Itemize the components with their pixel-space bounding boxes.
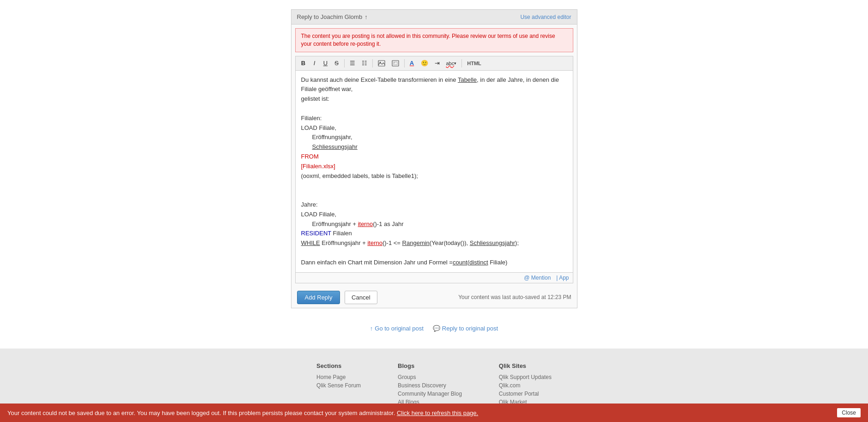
content-line-1: Du kannst auch deine Excel-Tabelle trans… (301, 75, 567, 95)
reply-title-text: Reply to Joachim Glomb (297, 13, 363, 20)
editor-content-area[interactable]: Du kannst auch deine Excel-Tabelle trans… (296, 71, 573, 272)
emoji-button[interactable]: 🙂 (418, 58, 431, 68)
footer-link-community-blog[interactable]: Community Manager Blog (398, 391, 462, 397)
footer-col-blogs: Blogs Groups Business Discovery Communit… (398, 362, 462, 407)
svg-rect-2 (392, 61, 399, 66)
bullet-list-button[interactable]: ☰ (347, 58, 358, 68)
content-line-15: Dann einfach ein Chart mit Dimension Jah… (301, 258, 567, 268)
editor-toolbar: B I U S ☰ ☷ A (296, 56, 573, 71)
content-error-banner: The content you are posting is not allow… (295, 28, 573, 52)
go-to-original-link[interactable]: ↑ Go to original post (370, 325, 424, 332)
indent-button[interactable]: ⇥ (432, 58, 443, 68)
mention-link[interactable]: @ Mention (524, 275, 551, 281)
strikethrough-button[interactable]: S (332, 58, 342, 68)
go-to-original-text: Go to original post (375, 325, 424, 332)
autosave-text: Your content was last auto-saved at 12:2… (458, 294, 571, 300)
footer-blogs-title: Blogs (398, 362, 462, 369)
app-link[interactable]: | App (556, 275, 569, 281)
content-line-12: Eröffnungsjahr + iterno()-1 as Jahr (301, 220, 567, 229)
footer-link-homepage[interactable]: Home Page (316, 374, 361, 380)
footer-link-qliksense[interactable]: Qlik Sense Forum (316, 382, 361, 389)
toolbar-separator-4 (461, 59, 462, 67)
toolbar-separator-1 (344, 59, 345, 67)
content-line-11: LOAD Filiale, (301, 210, 567, 220)
footer-sections-title: Sections (316, 362, 361, 369)
editor-footer: @ Mention | App (296, 272, 573, 283)
image2-button[interactable] (389, 58, 402, 68)
go-original-arrow-icon: ↑ (370, 325, 373, 332)
toolbar-separator-2 (372, 59, 373, 67)
content-line-14: WHILE Eröffnungsjahr + iterno()-1 <= Ran… (301, 239, 567, 248)
svg-point-4 (394, 62, 395, 63)
reply-container: Reply to Joachim Glomb ↑ Use advanced ed… (291, 9, 577, 308)
error-toast: Your content could not be saved due to a… (0, 404, 868, 422)
error-toast-text: Your content could not be saved due to a… (7, 410, 395, 416)
footer-link-support-updates[interactable]: Qlik Support Updates (499, 374, 552, 380)
advanced-editor-link[interactable]: Use advanced editor (520, 14, 571, 20)
svg-rect-3 (394, 62, 397, 65)
reply-to-original-text: Reply to original post (442, 325, 498, 332)
reply-header: Reply to Joachim Glomb ↑ Use advanced ed… (291, 10, 577, 24)
content-line-4: LOAD Filiale, (301, 123, 567, 133)
content-line-9: (ooxml, embedded labels, table is Tabell… (301, 171, 567, 181)
action-bar: Add Reply Cancel Your content was last a… (291, 287, 577, 308)
toast-close-button[interactable]: Close (837, 408, 861, 417)
reply-chat-icon: 💬 (433, 325, 440, 332)
bottom-links: ↑ Go to original post 💬 Reply to origina… (0, 318, 868, 339)
footer-qlik-sites-title: Qlik Sites (499, 362, 552, 369)
error-toast-message: Your content could not be saved due to a… (7, 410, 478, 416)
content-line-13: RESIDENT Filialen (301, 229, 567, 239)
footer-link-customer-portal[interactable]: Customer Portal (499, 391, 552, 397)
content-line-10: Jahre: (301, 200, 567, 210)
underline-button[interactable]: U (321, 58, 331, 68)
bold-button[interactable]: B (298, 58, 309, 68)
html-button[interactable]: HTML (464, 58, 484, 68)
error-banner-text: The content you are posting is not allow… (301, 33, 555, 47)
toolbar-separator-3 (404, 59, 405, 67)
footer-link-groups[interactable]: Groups (398, 374, 462, 380)
footer-link-qlik-com[interactable]: Qlik.com (499, 382, 552, 389)
editor-wrapper: B I U S ☰ ☷ A (295, 56, 573, 283)
content-line-5: Eröffnungsjahr, (301, 133, 567, 142)
footer-link-business-discovery[interactable]: Business Discovery (398, 382, 462, 389)
content-line-6: Schliessungsjahr (301, 142, 567, 152)
action-buttons: Add Reply Cancel (297, 291, 377, 304)
ordered-list-button[interactable]: ☷ (359, 58, 370, 68)
reply-title-arrow: ↑ (364, 13, 368, 20)
footer-col-qlik-sites: Qlik Sites Qlik Support Updates Qlik.com… (499, 362, 552, 407)
add-reply-button[interactable]: Add Reply (297, 291, 340, 304)
reply-to-original-link[interactable]: 💬 Reply to original post (433, 325, 498, 332)
footer-col-sections: Sections Home Page Qlik Sense Forum (316, 362, 361, 407)
refresh-link[interactable]: Click here to refresh this page. (397, 410, 478, 416)
cancel-button[interactable]: Cancel (345, 291, 377, 304)
content-line-8: [Filialen.xlsx] (301, 162, 567, 171)
font-color-button[interactable]: A (407, 58, 417, 68)
spell-check-button[interactable]: abc ▾ (443, 58, 460, 68)
content-line-2: gelistet ist: (301, 94, 567, 104)
content-line-7: FROM (301, 152, 567, 162)
main-content: Reply to Joachim Glomb ↑ Use advanced ed… (0, 0, 868, 318)
italic-button[interactable]: I (310, 58, 320, 68)
reply-header-title: Reply to Joachim Glomb ↑ (297, 13, 368, 20)
page-wrapper: Reply to Joachim Glomb ↑ Use advanced ed… (0, 0, 868, 422)
content-line-3: Filialen: (301, 114, 567, 123)
image-button[interactable] (375, 58, 388, 68)
